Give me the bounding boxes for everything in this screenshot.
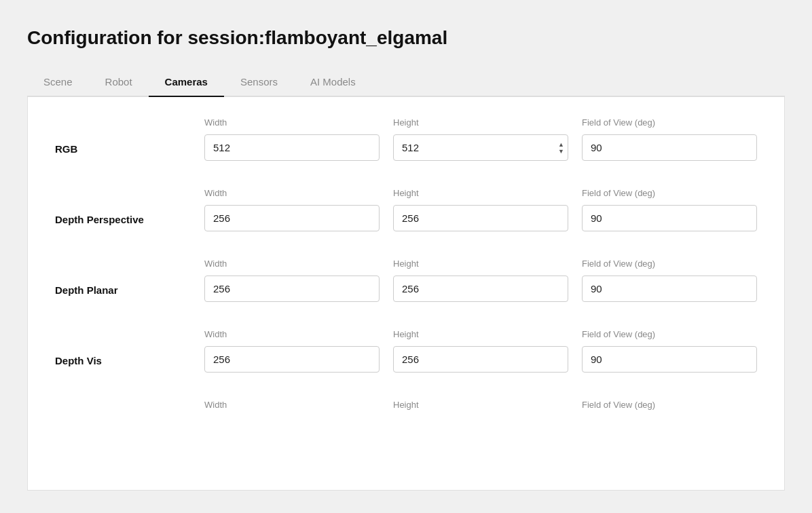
page-title: Configuration for session:flamboyant_elg… bbox=[27, 27, 785, 49]
tab-robot[interactable]: Robot bbox=[89, 69, 149, 97]
camera-section-depth-perspective: Depth Perspective Width Height Field of … bbox=[55, 188, 757, 238]
partial-width-label: Width bbox=[204, 400, 380, 410]
partial-fov-label: Field of View (deg) bbox=[582, 400, 757, 410]
tab-sensors[interactable]: Sensors bbox=[224, 69, 294, 97]
tab-cameras[interactable]: Cameras bbox=[149, 69, 224, 97]
camera-label-depth-perspective: Depth Perspective bbox=[55, 188, 204, 225]
tab-scene[interactable]: Scene bbox=[27, 69, 89, 97]
dpl-fov-input[interactable] bbox=[582, 276, 757, 302]
camera-label-partial bbox=[55, 400, 204, 425]
camera-section-partial: Width Height Field of View (deg) bbox=[55, 400, 757, 432]
camera-section-rgb: RGB Width Height ▲ ▼ bbox=[55, 117, 757, 168]
rgb-width-input[interactable] bbox=[204, 134, 380, 161]
rgb-height-spinner[interactable]: ▲ ▼ bbox=[558, 141, 564, 154]
field-group-partial-width: Width bbox=[204, 400, 380, 413]
rgb-height-input[interactable] bbox=[393, 134, 568, 161]
camera-fields-depth-perspective: Width Height Field of View (deg) bbox=[204, 188, 757, 231]
field-group-dpl-width: Width bbox=[204, 259, 380, 302]
camera-fields-rgb: Width Height ▲ ▼ Field of View (deg) bbox=[204, 117, 757, 161]
dpl-width-input[interactable] bbox=[204, 276, 380, 302]
dv-fov-input[interactable] bbox=[582, 346, 757, 373]
field-group-dpl-height: Height bbox=[393, 259, 568, 302]
field-group-dp-width: Width bbox=[204, 188, 380, 231]
field-group-rgb-height: Height ▲ ▼ bbox=[393, 117, 568, 161]
camera-section-depth-planar: Depth Planar Width Height Field of View … bbox=[55, 259, 757, 309]
dpl-height-input[interactable] bbox=[393, 276, 568, 302]
camera-section-depth-vis: Depth Vis Width Height Field of View (de… bbox=[55, 329, 757, 379]
rgb-fov-label: Field of View (deg) bbox=[582, 117, 757, 128]
page-container: Configuration for session:flamboyant_elg… bbox=[0, 0, 812, 491]
rgb-width-label: Width bbox=[204, 117, 380, 128]
field-group-dv-width: Width bbox=[204, 329, 380, 373]
camera-label-depth-vis: Depth Vis bbox=[55, 329, 204, 366]
dpl-fov-label: Field of View (deg) bbox=[582, 259, 757, 269]
dp-fov-input[interactable] bbox=[582, 205, 757, 231]
dp-fov-label: Field of View (deg) bbox=[582, 188, 757, 198]
content-area: RGB Width Height ▲ ▼ bbox=[27, 97, 785, 491]
field-group-partial-height: Height bbox=[393, 400, 568, 413]
dp-height-label: Height bbox=[393, 188, 568, 198]
field-group-dp-fov: Field of View (deg) bbox=[582, 188, 757, 231]
camera-label-rgb: RGB bbox=[55, 117, 204, 155]
rgb-height-spinner-wrapper: ▲ ▼ bbox=[393, 134, 568, 161]
dv-width-label: Width bbox=[204, 329, 380, 339]
rgb-height-label: Height bbox=[393, 117, 568, 128]
field-group-rgb-width: Width bbox=[204, 117, 380, 161]
field-group-dp-height: Height bbox=[393, 188, 568, 231]
rgb-height-down-arrow[interactable]: ▼ bbox=[558, 148, 564, 154]
field-group-dv-height: Height bbox=[393, 329, 568, 373]
field-group-dpl-fov: Field of View (deg) bbox=[582, 259, 757, 302]
camera-label-depth-planar: Depth Planar bbox=[55, 259, 204, 296]
partial-height-label: Height bbox=[393, 400, 568, 410]
tabs-bar: Scene Robot Cameras Sensors AI Models bbox=[27, 69, 785, 97]
tab-ai-models[interactable]: AI Models bbox=[294, 69, 372, 97]
dp-width-input[interactable] bbox=[204, 205, 380, 231]
camera-fields-depth-vis: Width Height Field of View (deg) bbox=[204, 329, 757, 373]
camera-fields-partial: Width Height Field of View (deg) bbox=[204, 400, 757, 413]
camera-fields-depth-planar: Width Height Field of View (deg) bbox=[204, 259, 757, 302]
field-group-rgb-fov: Field of View (deg) bbox=[582, 117, 757, 161]
dpl-width-label: Width bbox=[204, 259, 380, 269]
dv-width-input[interactable] bbox=[204, 346, 380, 373]
field-group-dv-fov: Field of View (deg) bbox=[582, 329, 757, 373]
dv-height-label: Height bbox=[393, 329, 568, 339]
dp-height-input[interactable] bbox=[393, 205, 568, 231]
dv-height-input[interactable] bbox=[393, 346, 568, 373]
dp-width-label: Width bbox=[204, 188, 380, 198]
rgb-fov-input[interactable] bbox=[582, 134, 757, 161]
rgb-height-up-arrow[interactable]: ▲ bbox=[558, 141, 564, 147]
field-group-partial-fov: Field of View (deg) bbox=[582, 400, 757, 413]
dpl-height-label: Height bbox=[393, 259, 568, 269]
dv-fov-label: Field of View (deg) bbox=[582, 329, 757, 339]
